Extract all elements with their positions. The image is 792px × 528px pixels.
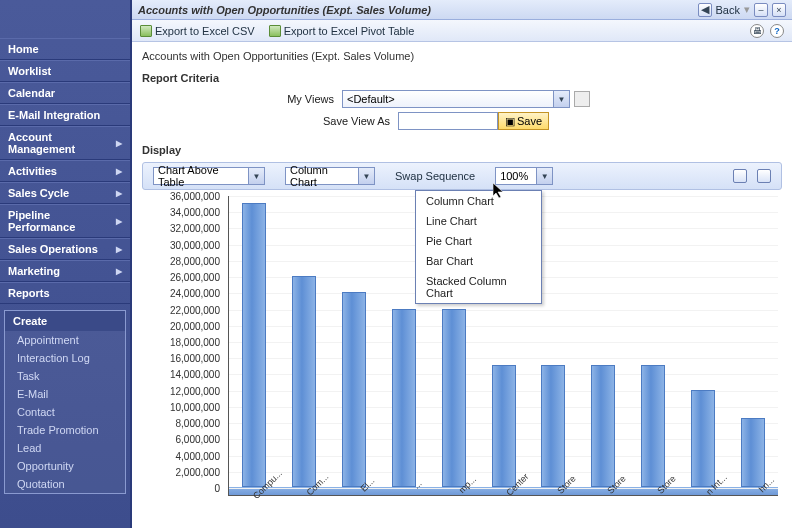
chart-bar[interactable]: [691, 390, 715, 487]
y-tick: 22,000,000: [170, 304, 220, 315]
create-e-mail[interactable]: E-Mail: [5, 385, 125, 403]
sidebar-item-account-management[interactable]: Account Management▶: [0, 126, 130, 160]
chart-type-option[interactable]: Bar Chart: [416, 251, 541, 271]
chart-bar[interactable]: [641, 365, 665, 487]
save-view-label: Save View As: [142, 115, 398, 127]
sidebar-item-reports[interactable]: Reports: [0, 282, 130, 304]
y-tick: 2,000,000: [176, 466, 221, 477]
chart-bar[interactable]: [591, 365, 615, 487]
cursor-icon: [493, 183, 505, 199]
create-interaction-log[interactable]: Interaction Log: [5, 349, 125, 367]
y-tick: 26,000,000: [170, 272, 220, 283]
create-task[interactable]: Task: [5, 367, 125, 385]
chart-bar[interactable]: [392, 309, 416, 487]
y-tick: 12,000,000: [170, 385, 220, 396]
window-minimize-icon[interactable]: –: [754, 3, 768, 17]
y-tick: 20,000,000: [170, 320, 220, 331]
my-views-select[interactable]: <Default> ▼: [342, 90, 570, 108]
create-trade-promotion[interactable]: Trade Promotion: [5, 421, 125, 439]
y-tick: 34,000,000: [170, 207, 220, 218]
chart-type-option[interactable]: Line Chart: [416, 211, 541, 231]
chart-type-option[interactable]: Column Chart: [416, 191, 541, 211]
sidebar-item-worklist[interactable]: Worklist: [0, 60, 130, 82]
export-pivot-button[interactable]: Export to Excel Pivot Table: [269, 25, 415, 37]
chevron-right-icon: ▶: [116, 189, 122, 198]
y-tick: 14,000,000: [170, 369, 220, 380]
chevron-down-icon: ▼: [536, 168, 552, 184]
my-views-label: My Views: [142, 93, 342, 105]
chart-bar[interactable]: [292, 276, 316, 487]
swap-sequence-link[interactable]: Swap Sequence: [395, 170, 475, 182]
chevron-right-icon: ▶: [116, 217, 122, 226]
back-button[interactable]: ◀: [698, 3, 712, 17]
layout-select[interactable]: Chart Above Table ▼: [153, 167, 265, 185]
save-button[interactable]: ▣ Save: [498, 112, 549, 130]
save-view-input[interactable]: [398, 112, 498, 130]
page-title: Accounts with Open Opportunities (Expt. …: [138, 4, 431, 16]
toolbar: Export to Excel CSV Export to Excel Pivo…: [132, 20, 792, 42]
chart-type-dropdown: Column ChartLine ChartPie ChartBar Chart…: [415, 190, 542, 304]
main: Accounts with Open Opportunities (Expt. …: [132, 0, 792, 528]
chevron-down-icon: ▼: [553, 91, 569, 107]
y-tick: 32,000,000: [170, 223, 220, 234]
sidebar-item-sales-cycle[interactable]: Sales Cycle▶: [0, 182, 130, 204]
subtitle: Accounts with Open Opportunities (Expt. …: [142, 50, 782, 62]
create-appointment[interactable]: Appointment: [5, 331, 125, 349]
chart-bar[interactable]: [442, 309, 466, 487]
display-bar: Chart Above Table ▼ Column Chart ▼ Swap …: [142, 162, 782, 190]
y-tick: 30,000,000: [170, 239, 220, 250]
create-panel: Create AppointmentInteraction LogTaskE-M…: [4, 310, 126, 494]
help-icon[interactable]: ?: [770, 24, 784, 38]
chart-type-select[interactable]: Column Chart ▼: [285, 167, 375, 185]
create-lead[interactable]: Lead: [5, 439, 125, 457]
titlebar: Accounts with Open Opportunities (Expt. …: [132, 0, 792, 20]
excel-icon: [140, 25, 152, 37]
chart-type-option[interactable]: Stacked Column Chart: [416, 271, 541, 303]
section-display: Display: [142, 144, 782, 156]
sidebar-item-e-mail-integration[interactable]: E-Mail Integration: [0, 104, 130, 126]
sidebar-item-activities[interactable]: Activities▶: [0, 160, 130, 182]
y-tick: 36,000,000: [170, 191, 220, 202]
y-tick: 6,000,000: [176, 434, 221, 445]
maximize-icon[interactable]: [757, 169, 771, 183]
back-label[interactable]: Back: [716, 4, 740, 16]
excel-icon: [269, 25, 281, 37]
chevron-right-icon: ▶: [116, 267, 122, 276]
chevron-right-icon: ▶: [116, 139, 122, 148]
create-contact[interactable]: Contact: [5, 403, 125, 421]
y-tick: 18,000,000: [170, 337, 220, 348]
sidebar-item-marketing[interactable]: Marketing▶: [0, 260, 130, 282]
chart-bar[interactable]: [741, 418, 765, 487]
chart-type-option[interactable]: Pie Chart: [416, 231, 541, 251]
delete-view-icon[interactable]: [574, 91, 590, 107]
filter-icon[interactable]: [733, 169, 747, 183]
svg-marker-0: [493, 183, 503, 198]
export-csv-button[interactable]: Export to Excel CSV: [140, 25, 255, 37]
chevron-right-icon: ▶: [116, 245, 122, 254]
chart-bar[interactable]: [342, 292, 366, 487]
print-icon[interactable]: 🖶: [750, 24, 764, 38]
create-opportunity[interactable]: Opportunity: [5, 457, 125, 475]
chevron-down-icon: ▼: [248, 168, 264, 184]
chart-bar[interactable]: [492, 365, 516, 487]
y-tick: 16,000,000: [170, 353, 220, 364]
y-tick: 24,000,000: [170, 288, 220, 299]
sidebar: HomeWorklistCalendarE-Mail IntegrationAc…: [0, 0, 132, 528]
section-report-criteria: Report Criteria: [142, 72, 782, 84]
window-close-icon[interactable]: ×: [772, 3, 786, 17]
y-tick: 28,000,000: [170, 255, 220, 266]
y-tick: 4,000,000: [176, 450, 221, 461]
y-tick: 0: [214, 483, 220, 494]
create-quotation[interactable]: Quotation: [5, 475, 125, 493]
sidebar-item-calendar[interactable]: Calendar: [0, 82, 130, 104]
sidebar-item-pipeline-performance[interactable]: Pipeline Performance▶: [0, 204, 130, 238]
chevron-right-icon: ▶: [116, 167, 122, 176]
sidebar-item-home[interactable]: Home: [0, 38, 130, 60]
y-tick: 8,000,000: [176, 418, 221, 429]
sidebar-item-sales-operations[interactable]: Sales Operations▶: [0, 238, 130, 260]
chart-bar[interactable]: [242, 203, 266, 487]
disk-icon: ▣: [505, 115, 515, 128]
y-tick: 10,000,000: [170, 401, 220, 412]
chart-bar[interactable]: [541, 365, 565, 487]
chevron-down-icon: ▼: [358, 168, 374, 184]
